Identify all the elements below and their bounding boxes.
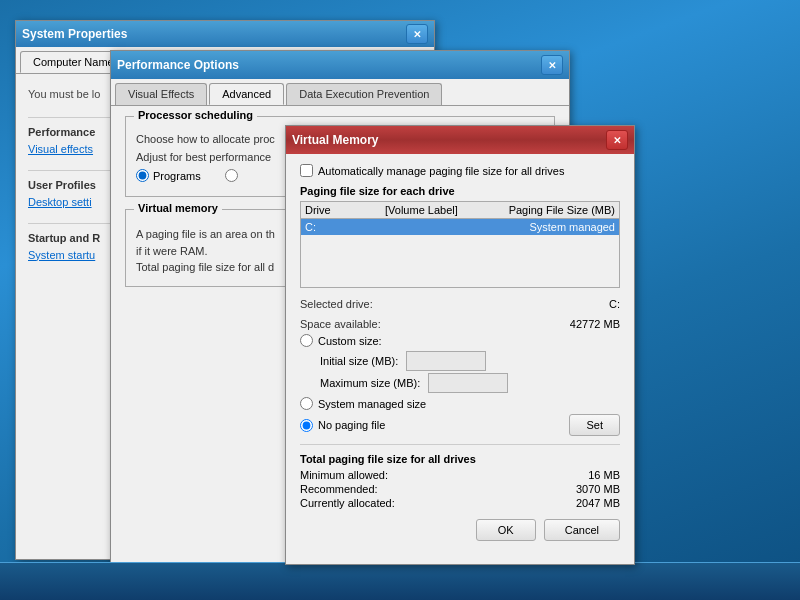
perf-tabs: Visual Effects Advanced Data Execution P… <box>111 79 569 106</box>
vm-bottom-buttons: OK Cancel <box>300 519 620 541</box>
no-paging-option: No paging file <box>300 419 385 432</box>
perf-options-title: Performance Options <box>117 58 539 72</box>
set-button[interactable]: Set <box>569 414 620 436</box>
custom-size-label: Custom size: <box>318 335 382 347</box>
recommended-label: Recommended: <box>300 483 378 495</box>
drive-col-header: Drive <box>305 204 385 216</box>
drive-letter: C: <box>305 221 385 233</box>
processor-group-title: Processor scheduling <box>134 109 257 121</box>
auto-manage-row: Automatically manage paging file size fo… <box>300 164 620 177</box>
selected-drive-value: C: <box>609 298 620 310</box>
custom-size-radio[interactable] <box>300 334 313 347</box>
auto-manage-checkbox[interactable] <box>300 164 313 177</box>
perf-options-titlebar[interactable]: Performance Options ✕ <box>111 51 569 79</box>
space-avail-value: 42772 MB <box>570 318 620 330</box>
programs-radio[interactable] <box>136 169 149 182</box>
currently-alloc-value: 2047 MB <box>576 497 620 509</box>
vm-cancel-button[interactable]: Cancel <box>544 519 620 541</box>
system-props-titlebar[interactable]: System Properties ✕ <box>16 21 434 47</box>
initial-size-row: Initial size (MB): <box>320 351 620 371</box>
totals-title: Total paging file size for all drives <box>300 453 620 465</box>
space-avail-label: Space available: <box>300 318 381 330</box>
no-paging-row: No paging file Set <box>300 414 620 436</box>
virtual-memory-window: Virtual Memory ✕ Automatically manage pa… <box>285 125 635 565</box>
virt-mem-close-btn[interactable]: ✕ <box>606 130 628 150</box>
perf-options-close-btn[interactable]: ✕ <box>541 55 563 75</box>
programs-label: Programs <box>153 170 201 182</box>
selected-drive-label: Selected drive: <box>300 298 373 310</box>
initial-size-input[interactable] <box>406 351 486 371</box>
max-size-label: Maximum size (MB): <box>320 377 420 389</box>
totals-section: Total paging file size for all drives Mi… <box>300 453 620 509</box>
currently-alloc-row: Currently allocated: 2047 MB <box>300 497 620 509</box>
drive-list[interactable]: C: System managed <box>300 218 620 288</box>
vm-group-title: Virtual memory <box>134 202 222 214</box>
no-paging-label: No paging file <box>318 419 385 431</box>
system-managed-radio[interactable] <box>300 397 313 410</box>
virt-mem-titlebar[interactable]: Virtual Memory ✕ <box>286 126 634 154</box>
system-props-title: System Properties <box>22 27 404 41</box>
currently-alloc-label: Currently allocated: <box>300 497 395 509</box>
initial-size-label: Initial size (MB): <box>320 355 398 367</box>
min-allowed-row: Minimum allowed: 16 MB <box>300 469 620 481</box>
paging-section-label: Paging file size for each drive <box>300 185 620 197</box>
selected-drive-row: Selected drive: C: <box>300 298 620 310</box>
no-paging-radio[interactable] <box>300 419 313 432</box>
recommended-value: 3070 MB <box>576 483 620 495</box>
background-radio[interactable] <box>225 169 238 182</box>
drive-table-header: Drive [Volume Label] Paging File Size (M… <box>300 201 620 218</box>
system-props-close-btn[interactable]: ✕ <box>406 24 428 44</box>
visual-effects-link[interactable]: Visual effects <box>28 143 93 155</box>
system-startup-link[interactable]: System startu <box>28 249 95 261</box>
desktop-settings-link[interactable]: Desktop setti <box>28 196 92 208</box>
vm-main-content: Automatically manage paging file size fo… <box>286 154 634 551</box>
min-allowed-value: 16 MB <box>588 469 620 481</box>
auto-manage-label: Automatically manage paging file size fo… <box>318 165 564 177</box>
tab-visual-effects[interactable]: Visual Effects <box>115 83 207 105</box>
tab-dep[interactable]: Data Execution Prevention <box>286 83 442 105</box>
drive-item-c[interactable]: C: System managed <box>301 219 619 235</box>
tab-advanced[interactable]: Advanced <box>209 83 284 105</box>
volume-col-header: [Volume Label] <box>385 204 495 216</box>
taskbar <box>0 562 800 600</box>
system-managed-label: System managed size <box>318 398 426 410</box>
space-avail-row: Space available: 42772 MB <box>300 318 620 330</box>
max-size-row: Maximum size (MB): <box>320 373 620 393</box>
recommended-row: Recommended: 3070 MB <box>300 483 620 495</box>
system-managed-option: System managed size <box>300 397 620 410</box>
min-allowed-label: Minimum allowed: <box>300 469 388 481</box>
vm-ok-button[interactable]: OK <box>476 519 536 541</box>
sys-note-text: You must be lo <box>28 88 100 100</box>
virt-mem-title: Virtual Memory <box>292 133 604 147</box>
size-col-header: Paging File Size (MB) <box>495 204 615 216</box>
drive-size: System managed <box>495 221 615 233</box>
max-size-input[interactable] <box>428 373 508 393</box>
custom-size-option: Custom size: <box>300 334 620 347</box>
